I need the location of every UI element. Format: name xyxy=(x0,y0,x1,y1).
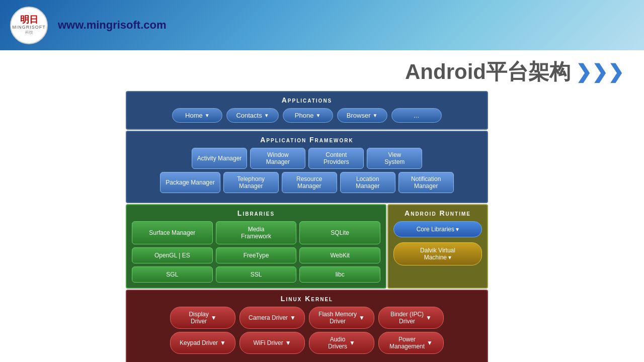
kernel-layer: Linux Kernel DisplayDriver ▼ Camera Driv… xyxy=(126,290,488,362)
fw-window-manager[interactable]: WindowManager xyxy=(250,148,305,169)
kernel-title: Linux Kernel xyxy=(133,295,481,303)
kernel-audio-drivers[interactable]: AudioDrivers ▼ xyxy=(309,332,374,354)
kernel-row2: Keypad Driver ▼ WiFi Driver ▼ AudioDrive… xyxy=(133,332,481,354)
kernel-power-management[interactable]: PowerManagement ▼ xyxy=(378,332,444,354)
header: 明日 MINGRISOFT 科技 www.mingrisoft.com xyxy=(0,0,644,50)
lib-sqlite[interactable]: SQLite xyxy=(299,221,380,244)
kernel-keypad-driver[interactable]: Keypad Driver ▼ xyxy=(170,332,235,354)
kernel-binder-driver[interactable]: Binder (IPC)Driver ▼ xyxy=(378,307,444,329)
middle-layer: Libraries Surface Manager MediaFramework… xyxy=(126,204,488,289)
title-area: Android平台架构 ❯❯❯ xyxy=(0,50,644,91)
fw-resource-manager[interactable]: ResourceManager xyxy=(282,172,337,193)
dalvik-vm-button[interactable]: Dalvik VirtualMachine ▾ xyxy=(393,242,482,265)
lib-webkit[interactable]: WebKit xyxy=(299,247,380,263)
app-phone-button[interactable]: Phone ▼ xyxy=(283,108,333,123)
fw-view-system[interactable]: ViewSystem xyxy=(367,148,422,169)
applications-layer: Applications Home ▼ Contacts ▼ Phone ▼ B… xyxy=(126,91,488,130)
lib-surface-manager[interactable]: Surface Manager xyxy=(132,221,213,244)
kernel-display-driver[interactable]: DisplayDriver ▼ xyxy=(170,307,235,329)
libraries-layer: Libraries Surface Manager MediaFramework… xyxy=(126,204,386,289)
framework-layer: Application Framework Activity Manager W… xyxy=(126,131,488,203)
app-contacts-button[interactable]: Contacts ▼ xyxy=(226,108,278,123)
libraries-grid: Surface Manager MediaFramework SQLite Op… xyxy=(132,221,380,283)
fw-location-manager[interactable]: LocationManager xyxy=(340,172,395,193)
fw-content-providers[interactable]: ContentProviders xyxy=(308,148,364,169)
page-title-text: Android平台架构 xyxy=(405,58,571,86)
fw-notification-manager[interactable]: NotificationManager xyxy=(398,172,454,193)
architecture-diagram: Applications Home ▼ Contacts ▼ Phone ▼ B… xyxy=(126,91,488,362)
page-title: Android平台架构 ❯❯❯ xyxy=(405,58,624,86)
libraries-title: Libraries xyxy=(132,209,380,217)
logo: 明日 MINGRISOFT 科技 xyxy=(10,7,48,44)
fw-package-manager[interactable]: Package Manager xyxy=(160,172,220,193)
lib-libc[interactable]: libc xyxy=(299,266,380,283)
kernel-wifi-driver[interactable]: WiFi Driver ▼ xyxy=(239,332,305,354)
lib-ssl[interactable]: SSL xyxy=(216,266,297,283)
framework-row2: Package Manager TelephonyManager Resourc… xyxy=(133,172,481,193)
framework-row1: Activity Manager WindowManager ContentPr… xyxy=(133,148,481,169)
kernel-flash-memory-driver[interactable]: Flash MemoryDriver ▼ xyxy=(309,307,374,329)
title-arrows-icon: ❯❯❯ xyxy=(576,61,624,83)
fw-telephony-manager[interactable]: TelephonyManager xyxy=(223,172,279,193)
lib-media-framework[interactable]: MediaFramework xyxy=(216,221,297,244)
runtime-layer: Android Runtime Core Libraries ▾ Dalvik … xyxy=(387,204,488,289)
applications-title: Applications xyxy=(133,96,481,104)
kernel-row1: DisplayDriver ▼ Camera Driver ▼ Flash Me… xyxy=(133,307,481,329)
runtime-title: Android Runtime xyxy=(393,209,482,217)
lib-sgl[interactable]: SGL xyxy=(132,266,213,283)
app-browser-button[interactable]: Browser ▼ xyxy=(337,108,387,123)
runtime-buttons: Core Libraries ▾ Dalvik VirtualMachine ▾ xyxy=(393,221,482,265)
lib-freetype[interactable]: FreeType xyxy=(216,247,297,263)
applications-row: Home ▼ Contacts ▼ Phone ▼ Browser ▼ ... xyxy=(133,108,481,123)
app-home-button[interactable]: Home ▼ xyxy=(172,108,222,123)
framework-title: Application Framework xyxy=(133,136,481,144)
app-more-button[interactable]: ... xyxy=(391,108,442,123)
core-libraries-button[interactable]: Core Libraries ▾ xyxy=(393,221,482,237)
fw-activity-manager[interactable]: Activity Manager xyxy=(192,148,248,169)
header-url: www.mingrisoft.com xyxy=(58,19,167,32)
kernel-camera-driver[interactable]: Camera Driver ▼ xyxy=(239,307,305,329)
lib-opengl[interactable]: OpenGL | ES xyxy=(132,247,213,263)
